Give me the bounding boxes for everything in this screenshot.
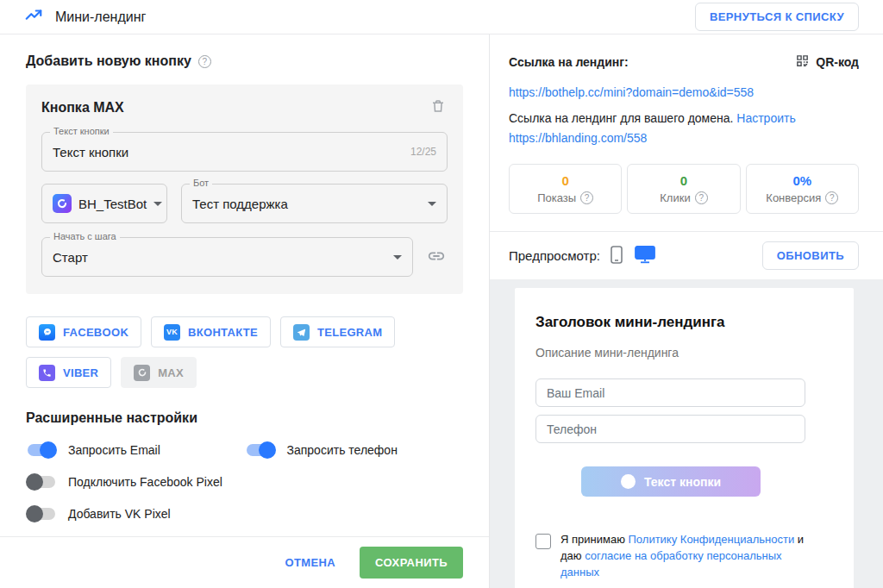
preview-email-input[interactable] xyxy=(535,378,805,407)
link-icon xyxy=(427,255,446,268)
qr-code-icon xyxy=(795,53,810,71)
link-section: Ссылка на лендинг: QR-код https://bothel… xyxy=(490,34,883,231)
channel-label: MAX xyxy=(158,366,184,379)
advanced-settings-title: Расширенные настройки xyxy=(26,410,463,426)
bot-select-label: Бот xyxy=(190,178,212,188)
domain-text: Ссылка на лендинг для вашего домена. xyxy=(509,111,733,125)
button-card-title: Кнопка MAX xyxy=(41,100,124,116)
help-icon[interactable]: ? xyxy=(580,191,593,204)
max-icon xyxy=(134,365,150,381)
back-to-list-button[interactable]: ВЕРНУТЬСЯ К СПИСКУ xyxy=(695,3,859,31)
button-text-input[interactable] xyxy=(53,145,410,160)
channel-label: ВКОНТАКТЕ xyxy=(188,326,258,339)
cancel-button[interactable]: ОТМЕНА xyxy=(285,556,335,569)
editor-panel: Добавить новую кнопку ? Кнопка MAX xyxy=(0,34,490,588)
start-step-value: Старт xyxy=(53,250,393,265)
add-facebook-button[interactable]: FACEBOOK xyxy=(26,316,141,347)
toggle-facebook-pixel[interactable] xyxy=(26,473,57,491)
preview-heading: Заголовок мини-лендинга xyxy=(535,314,819,331)
preview-cta-button[interactable]: Текст кнопки xyxy=(581,466,761,497)
trending-up-icon xyxy=(24,6,43,28)
toggle-label: Подключить Facebook Pixel xyxy=(68,475,222,489)
views-value: 0 xyxy=(561,173,568,188)
landing-url-link[interactable]: https://bothelp.cc/mini?domain=demo&id=5… xyxy=(509,85,754,99)
max-bot-icon xyxy=(53,194,72,213)
stat-card-views: 0 Показы? xyxy=(509,164,622,214)
conversion-value: 0% xyxy=(792,173,811,188)
channel-label: TELEGRAM xyxy=(317,326,382,339)
add-button-title-text: Добавить новую кнопку xyxy=(26,53,191,69)
qr-code-button[interactable]: QR-код xyxy=(795,53,859,71)
app-header: Мини-лендинг ВЕРНУТЬСЯ К СПИСКУ xyxy=(0,0,883,34)
preview-phone-input[interactable] xyxy=(535,415,805,443)
consent-text: Я принимаю Политику Конфиденциальности и… xyxy=(560,532,815,581)
toggle-label: Запросить телефон xyxy=(287,443,398,457)
vk-icon: VK xyxy=(164,324,180,341)
stats-row: 0 Показы? 0 Клики? 0% Конверсия? xyxy=(509,164,859,214)
consent-prefix: Я принимаю xyxy=(560,533,629,546)
landing-panel: Ссылка на лендинг: QR-код https://bothel… xyxy=(490,34,883,588)
account-select[interactable]: BH_TestBot xyxy=(41,184,167,223)
chevron-down-icon xyxy=(153,202,162,206)
landing-preview-card: Заголовок мини-лендинга Описание мини-ле… xyxy=(515,288,854,588)
toggle-request-phone[interactable] xyxy=(245,441,276,459)
channel-buttons: FACEBOOK VK ВКОНТАКТЕ TELEGRAM VIBER xyxy=(26,316,463,388)
landing-link-title: Ссылка на лендинг: xyxy=(509,55,629,69)
personal-data-consent-link[interactable]: согласие на обработку персональных данны… xyxy=(560,549,782,579)
toggle-vk-pixel[interactable] xyxy=(26,505,57,522)
add-viber-button[interactable]: VIBER xyxy=(26,357,111,388)
clicks-value: 0 xyxy=(680,173,687,188)
start-step-label: Начать с шага xyxy=(50,231,120,241)
views-label: Показы xyxy=(537,191,576,204)
char-counter: 12/25 xyxy=(410,146,436,158)
channel-label: FACEBOOK xyxy=(63,326,128,339)
telegram-icon xyxy=(293,324,310,341)
start-step-select[interactable]: Начать с шага Старт xyxy=(41,237,413,277)
privacy-policy-link[interactable]: Политику Конфиденциальности xyxy=(629,533,795,546)
chevron-down-icon xyxy=(428,202,436,206)
chevron-down-icon xyxy=(393,255,402,260)
add-button-section-title: Добавить новую кнопку ? xyxy=(26,53,463,69)
add-vk-button[interactable]: VK ВКОНТАКТЕ xyxy=(151,316,271,347)
mobile-preview-button[interactable] xyxy=(611,246,623,266)
stat-card-conversion: 0% Конверсия? xyxy=(746,164,859,214)
phone-icon xyxy=(611,246,623,266)
bot-select[interactable]: Бот Тест поддержка xyxy=(181,184,448,223)
clicks-label: Клики xyxy=(660,191,690,204)
copy-step-link-button[interactable] xyxy=(425,245,448,270)
qr-code-label: QR-код xyxy=(816,55,859,69)
add-telegram-button[interactable]: TELEGRAM xyxy=(280,316,395,347)
page-title: Мини-лендинг xyxy=(55,9,146,25)
toggle-label: Добавить VK Pixel xyxy=(68,507,171,521)
preview-label: Предпросмотр: xyxy=(509,248,600,263)
button-text-field[interactable]: Текст кнопки 12/25 xyxy=(41,132,448,172)
account-select-value: BH_TestBot xyxy=(78,197,147,211)
bot-select-value: Тест поддержка xyxy=(192,197,428,211)
button-card: Кнопка MAX Текст кнопки 12/25 xyxy=(26,84,463,294)
viber-icon xyxy=(39,365,55,381)
configure-domain-link[interactable]: Настроить xyxy=(736,111,795,125)
channel-label: VIBER xyxy=(63,366,98,379)
preview-bar: Предпросмотр: xyxy=(490,231,883,279)
save-button[interactable]: СОХРАНИТЬ xyxy=(360,547,463,579)
toggle-label: Запросить Email xyxy=(68,443,160,457)
conversion-label: Конверсия xyxy=(766,191,821,204)
domain-text-line: Ссылка на лендинг для вашего домена. Нас… xyxy=(509,111,859,125)
help-icon[interactable]: ? xyxy=(198,55,211,68)
help-icon[interactable]: ? xyxy=(695,191,708,204)
desktop-preview-button[interactable] xyxy=(635,246,655,266)
consent-checkbox[interactable] xyxy=(535,534,551,549)
button-text-field-label: Текст кнопки xyxy=(50,126,113,136)
preview-area: Заголовок мини-лендинга Описание мини-ле… xyxy=(490,279,883,588)
editor-footer: ОТМЕНА СОХРАНИТЬ xyxy=(0,536,489,588)
facebook-messenger-icon xyxy=(39,324,55,341)
add-max-button-disabled: MAX xyxy=(121,357,197,388)
chat-bubble-icon xyxy=(621,474,636,489)
refresh-preview-button[interactable]: ОБНОВИТЬ xyxy=(762,241,859,270)
preview-description: Описание мини-лендинга xyxy=(535,346,819,360)
stat-card-clicks: 0 Клики? xyxy=(627,164,740,214)
delete-button[interactable] xyxy=(429,97,448,118)
custom-domain-url-link[interactable]: https://bhlanding.com/558 xyxy=(509,131,647,145)
help-icon[interactable]: ? xyxy=(825,191,838,204)
toggle-request-email[interactable] xyxy=(26,441,57,459)
